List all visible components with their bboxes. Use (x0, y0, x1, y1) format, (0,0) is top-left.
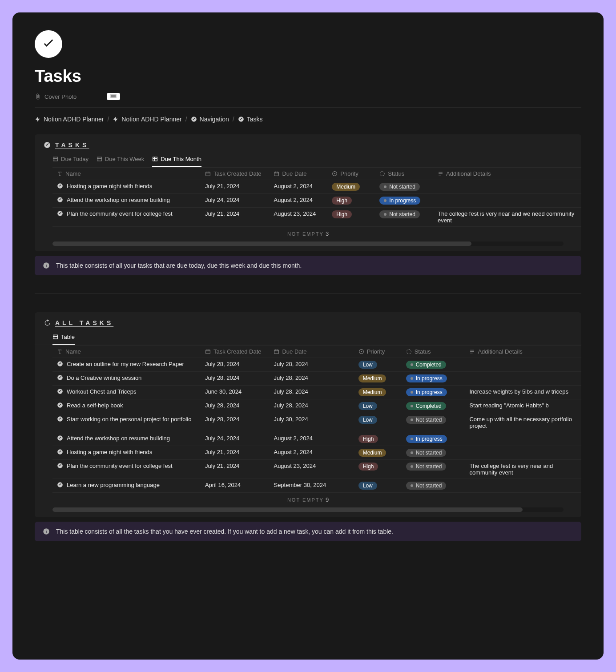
horizontal-scrollbar[interactable] (52, 241, 564, 246)
priority-badge[interactable]: Medium (358, 374, 387, 382)
col-status[interactable]: Status (375, 168, 433, 180)
col-details[interactable]: Additional Details (465, 346, 581, 358)
col-due[interactable]: Due Date (269, 346, 354, 358)
breadcrumb-label: Notion ADHD Planner (44, 116, 104, 123)
page-title[interactable]: Tasks (35, 67, 581, 86)
text-lines-icon (469, 349, 475, 354)
table-row[interactable]: Hosting a game night with friendsJuly 21… (52, 446, 581, 460)
tab-label: Due Today (61, 156, 89, 162)
breadcrumb-item[interactable]: Notion ADHD Planner (35, 116, 104, 123)
status-badge[interactable]: In progress (406, 388, 447, 396)
row-due: July 28, 2024 (269, 386, 354, 399)
divider (35, 293, 581, 294)
check-badge-icon (57, 449, 63, 455)
breadcrumb-item[interactable]: Notion ADHD Planner (113, 116, 181, 123)
row-name: Create an outline for my new Research Pa… (67, 361, 184, 367)
priority-badge[interactable]: Low (358, 416, 377, 424)
col-name[interactable]: Name (52, 168, 201, 180)
row-due: August 2, 2024 (269, 180, 327, 194)
row-details (465, 372, 581, 386)
calendar-icon (205, 349, 211, 354)
tab-due-today[interactable]: Due Today (52, 153, 89, 167)
row-details (465, 479, 581, 493)
cover-photo-label[interactable]: Cover Photo (44, 93, 76, 100)
priority-badge[interactable]: High (358, 435, 378, 443)
bolt-icon (35, 116, 41, 122)
col-priority[interactable]: Priority (354, 346, 402, 358)
row-name: Attend the workshop on resume building (67, 197, 170, 203)
row-due: August 2, 2024 (269, 432, 354, 446)
breadcrumb-item[interactable]: Navigation (191, 116, 229, 123)
status-badge[interactable]: In progress (406, 435, 447, 443)
table-row[interactable]: Attend the workshop on resume buildingJu… (52, 194, 581, 208)
table-row[interactable]: Plan the community event for college fes… (52, 460, 581, 479)
table-row[interactable]: Start working on the personal project fo… (52, 413, 581, 432)
svg-rect-16 (53, 335, 58, 339)
status-badge[interactable]: Not started (379, 210, 420, 218)
status-badge[interactable]: Not started (406, 416, 447, 424)
status-badge[interactable]: Not started (406, 482, 447, 490)
all-tasks-block-title[interactable]: ALL TASKS (55, 319, 113, 326)
status-badge[interactable]: Not started (406, 449, 447, 457)
info-icon (43, 262, 50, 269)
table-row[interactable]: Plan the community event for college fes… (52, 208, 581, 227)
tab-label: Due This Week (105, 156, 144, 162)
table-row[interactable]: Attend the workshop on resume buildingJu… (52, 432, 581, 446)
check-badge-icon (57, 482, 63, 488)
bolt-icon (113, 116, 119, 122)
status-badge[interactable]: Not started (406, 463, 447, 471)
row-details (465, 358, 581, 372)
svg-rect-5 (53, 157, 58, 161)
tasks-block-title[interactable]: TASKS (55, 141, 89, 149)
row-created: July 28, 2024 (201, 413, 270, 432)
row-due: September 30, 2024 (269, 479, 354, 493)
priority-badge[interactable]: High (332, 210, 352, 218)
properties-row: Cover Photo (35, 93, 581, 100)
col-name[interactable]: Name (52, 346, 201, 358)
priority-badge[interactable]: High (332, 197, 352, 205)
priority-badge[interactable]: Low (358, 482, 377, 490)
row-details: Start reading "Atomic Habits" b (465, 399, 581, 413)
status-badge[interactable]: Completed (406, 402, 446, 410)
row-created: July 28, 2024 (201, 372, 270, 386)
table-row[interactable]: Read a self-help bookJuly 28, 2024July 2… (52, 399, 581, 413)
svg-point-11 (380, 172, 385, 176)
table-row[interactable]: Do a Creative writing sessionJuly 28, 20… (52, 372, 581, 386)
table-row[interactable]: Learn a new programming languageApril 16… (52, 479, 581, 493)
tab-table[interactable]: Table (52, 331, 75, 345)
info-icon (43, 528, 50, 535)
col-details[interactable]: Additional Details (433, 168, 581, 180)
row-details (465, 432, 581, 446)
breadcrumb-item[interactable]: Tasks (238, 116, 263, 123)
svg-rect-18 (274, 350, 279, 354)
col-created[interactable]: Task Created Date (201, 346, 270, 358)
tab-due-this-month[interactable]: Due This Month (152, 153, 201, 167)
priority-badge[interactable]: Medium (358, 388, 387, 396)
calendar-icon (205, 171, 211, 177)
col-status[interactable]: Status (402, 346, 465, 358)
table-row[interactable]: Workout Chest and TricepsJune 30, 2024Ju… (52, 386, 581, 399)
priority-badge[interactable]: Low (358, 402, 377, 410)
cover-photo-thumbnail[interactable] (107, 93, 120, 100)
all-tasks-table: Name Task Created Date Due Date Priority… (52, 345, 581, 493)
priority-badge[interactable]: Medium (358, 449, 387, 457)
col-created[interactable]: Task Created Date (201, 168, 270, 180)
tab-due-this-week[interactable]: Due This Week (97, 153, 144, 167)
priority-badge[interactable]: High (358, 463, 378, 471)
row-created: July 21, 2024 (201, 208, 270, 227)
priority-badge[interactable]: Low (358, 361, 377, 369)
table-row[interactable]: Hosting a game night with friendsJuly 21… (52, 180, 581, 194)
breadcrumb-label: Navigation (200, 116, 229, 123)
horizontal-scrollbar[interactable] (52, 507, 564, 512)
priority-badge[interactable]: Medium (332, 183, 360, 191)
status-badge[interactable]: Completed (406, 361, 446, 369)
status-badge[interactable]: In progress (406, 374, 447, 382)
table-row[interactable]: Create an outline for my new Research Pa… (52, 358, 581, 372)
row-due: August 23, 2024 (269, 460, 354, 479)
status-badge[interactable]: Not started (379, 183, 420, 191)
status-badge[interactable]: In progress (379, 197, 420, 205)
check-badge-icon (57, 435, 63, 441)
col-due[interactable]: Due Date (269, 168, 327, 180)
row-name: Learn a new programming language (67, 482, 160, 488)
col-priority[interactable]: Priority (327, 168, 375, 180)
